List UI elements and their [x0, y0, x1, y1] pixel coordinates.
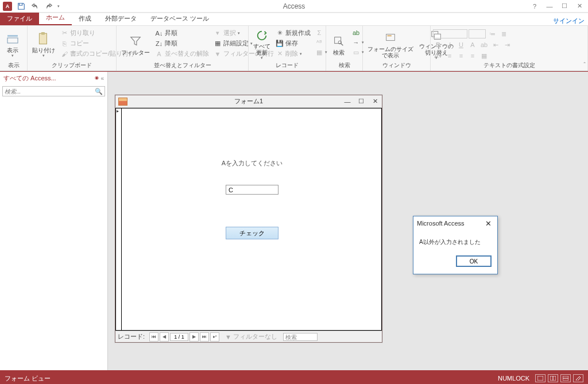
- svg-rect-2: [39, 33, 47, 44]
- dialog-close-icon[interactable]: ✕: [482, 219, 494, 228]
- svg-rect-4: [335, 37, 341, 43]
- tab-create[interactable]: 作成: [72, 13, 98, 25]
- nav-new-icon[interactable]: ▸*: [210, 332, 219, 342]
- navigation-pane: すべての Access... ◉ « 🔍: [0, 72, 108, 370]
- replace-icon: ab: [352, 29, 360, 37]
- view-icon: [5, 31, 21, 47]
- status-view-label: フォーム ビュー: [5, 374, 51, 383]
- new-icon: ✳: [276, 29, 284, 37]
- svg-rect-7: [386, 34, 395, 41]
- record-search-input[interactable]: 検索: [283, 333, 318, 341]
- clipboard-group-label: クリップボード: [30, 61, 114, 69]
- highlight-icon[interactable]: ab: [479, 40, 489, 49]
- font-size-selector[interactable]: [469, 29, 486, 38]
- form-text-input[interactable]: [226, 185, 278, 195]
- sort-asc-button[interactable]: A↓昇順: [153, 28, 211, 38]
- indent-left-icon[interactable]: ⇤: [490, 40, 501, 49]
- nav-last-icon[interactable]: ⏭: [200, 332, 209, 342]
- dialog-ok-button[interactable]: OK: [456, 255, 492, 267]
- filter-button[interactable]: フィルター: [119, 27, 152, 61]
- datasheet-view-icon[interactable]: [548, 374, 558, 382]
- align-left-icon[interactable]: ≡: [444, 51, 455, 60]
- tab-external-data[interactable]: 外部データ: [98, 13, 144, 25]
- check-button[interactable]: チェック: [226, 227, 278, 239]
- nav-next-icon[interactable]: ▶: [189, 332, 199, 342]
- ribbon-tabs: ファイル ホーム 作成 外部データ データベース ツール サインイン: [0, 13, 588, 25]
- nav-collapse-icon[interactable]: «: [100, 75, 104, 82]
- view-group-label: 表示: [2, 61, 25, 69]
- design-view-icon[interactable]: [573, 374, 583, 382]
- cut-icon: ✂: [60, 29, 68, 37]
- form-titlebar[interactable]: フォーム1 — ☐ ✕: [115, 95, 382, 108]
- collapse-ribbon-icon[interactable]: ˆ: [583, 61, 586, 68]
- font-color-icon[interactable]: A: [467, 40, 478, 49]
- italic-icon[interactable]: I: [444, 40, 455, 49]
- underline-icon[interactable]: U: [456, 40, 466, 49]
- record-label: レコード:: [118, 332, 145, 341]
- select-icon: ▭: [352, 48, 360, 56]
- qat-customize-icon[interactable]: ▾: [57, 4, 60, 9]
- redo-icon[interactable]: [44, 1, 54, 11]
- delete-icon: ✕: [276, 50, 284, 58]
- form-maximize-icon[interactable]: ☐: [354, 96, 368, 107]
- form-body: Aを入力してください チェック: [115, 108, 382, 331]
- message-dialog: Microsoft Access ✕ A以外が入力されました OK: [413, 216, 498, 274]
- form-view-icon[interactable]: [535, 374, 546, 382]
- indent-right-icon[interactable]: ⇥: [502, 40, 512, 49]
- paste-button[interactable]: 貼り付け ▾: [30, 27, 57, 61]
- font-selector[interactable]: [433, 29, 467, 38]
- sort-desc-button[interactable]: Z↓降順: [153, 38, 211, 48]
- find-icon: [331, 33, 347, 49]
- number-list-icon[interactable]: ≣: [498, 29, 509, 38]
- help-icon[interactable]: ?: [528, 1, 541, 12]
- refresh-all-button[interactable]: すべて 更新 ▾: [251, 27, 273, 61]
- svg-rect-8: [388, 35, 392, 36]
- form-minimize-icon[interactable]: —: [341, 96, 354, 107]
- nav-title: すべての Access...: [3, 74, 56, 83]
- sign-in-link[interactable]: サインイン: [553, 17, 588, 25]
- tab-file[interactable]: ファイル: [0, 13, 39, 25]
- nav-first-icon[interactable]: ⏮: [149, 332, 158, 342]
- fill-color-icon[interactable]: A▾: [433, 51, 443, 60]
- fit-form-button[interactable]: フォームのサイズ で表示: [365, 27, 416, 61]
- close-icon[interactable]: ✕: [573, 1, 586, 12]
- clear-sort-button[interactable]: A並べ替えの解除: [153, 49, 211, 59]
- form-close-icon[interactable]: ✕: [368, 96, 382, 107]
- nav-search[interactable]: 🔍: [2, 86, 105, 96]
- align-center-icon[interactable]: ≡: [456, 51, 466, 60]
- find-group-label: 検索: [328, 61, 360, 69]
- copy-icon: ⎘: [60, 40, 68, 48]
- save-icon[interactable]: [16, 1, 26, 11]
- nav-dropdown-icon[interactable]: ◉: [95, 75, 99, 82]
- record-selector[interactable]: [116, 108, 122, 330]
- find-button[interactable]: 検索: [328, 27, 349, 61]
- minimize-icon[interactable]: —: [543, 1, 556, 12]
- nav-search-input[interactable]: [5, 88, 95, 95]
- layout-view-icon[interactable]: [560, 374, 571, 382]
- undo-icon[interactable]: [30, 1, 40, 11]
- bullet-list-icon[interactable]: ≔: [487, 29, 497, 38]
- ribbon: 表示 ▾ 表示 貼り付け ▾ ✂切り取り ⎘コピー 🖌書式のコピー/貼り付け ク…: [0, 25, 588, 71]
- align-right-icon[interactable]: ≡: [467, 51, 478, 60]
- tab-database-tools[interactable]: データベース ツール: [144, 13, 216, 25]
- sigma-icon: Σ: [315, 29, 323, 37]
- filter-label: フィルター: [121, 49, 150, 56]
- delete-record-button[interactable]: ✕削除 ▾: [274, 49, 312, 59]
- save-rec-icon: 💾: [276, 40, 284, 48]
- svg-rect-0: [7, 35, 18, 37]
- nav-pane-header[interactable]: すべての Access... ◉ «: [0, 72, 107, 85]
- record-position-input[interactable]: [170, 333, 188, 341]
- tab-home[interactable]: ホーム: [39, 11, 72, 25]
- svg-rect-3: [41, 32, 45, 34]
- refresh-icon: [254, 28, 270, 43]
- new-record-button[interactable]: ✳新規作成: [274, 28, 312, 38]
- dialog-titlebar[interactable]: Microsoft Access ✕: [413, 216, 497, 230]
- gridlines-icon[interactable]: ▦: [479, 51, 489, 60]
- nav-prev-icon[interactable]: ◀: [160, 332, 169, 342]
- view-button[interactable]: 表示 ▾: [2, 27, 23, 61]
- bold-icon[interactable]: B: [433, 40, 443, 49]
- search-icon[interactable]: 🔍: [95, 88, 103, 95]
- save-record-button[interactable]: 💾保存: [274, 38, 312, 48]
- svg-rect-1: [7, 38, 18, 43]
- maximize-icon[interactable]: ☐: [558, 1, 571, 12]
